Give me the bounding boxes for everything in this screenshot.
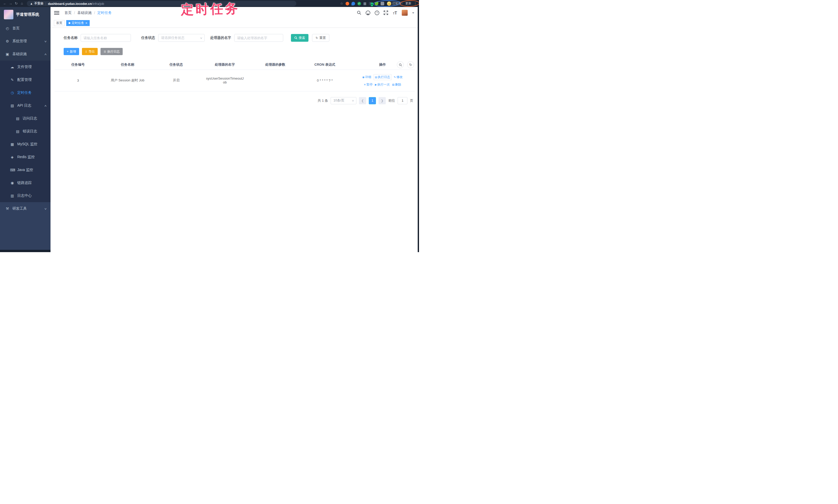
cell-cron: 0 * * * * ? * (300, 70, 350, 91)
col-cron: CRON 表达式 (300, 60, 350, 70)
trace-icon: ◉ (10, 181, 14, 185)
handler-name-input[interactable] (234, 34, 283, 42)
extension-grid-icon[interactable]: ▦ (363, 2, 366, 5)
cell-actions: ◉详细 ▤执行日志 ✎修改 ✕暂停 ▶执行一次 ▧删除 (350, 70, 415, 91)
tag-home[interactable]: 首页 (54, 20, 65, 26)
search-button[interactable]: 搜索 (291, 34, 309, 42)
col-job-name: 任务名称 (102, 60, 154, 70)
help-icon[interactable]: ? (375, 11, 379, 15)
sidebar-item-redis-monitor[interactable]: ◈ Redis 监控 (0, 151, 51, 164)
active-dot (69, 22, 70, 24)
prev-page-button[interactable]: ❮ (359, 97, 366, 104)
cloud-upload-icon: ☁ (10, 65, 14, 69)
url-path: /infra/job (92, 2, 104, 6)
access-log-icon: ▤ (15, 116, 20, 121)
breadcrumb: 首页 / 基础设施 / 定时任务 (65, 11, 112, 15)
sidebar-item-mysql-monitor[interactable]: ▦ MySQL 监控 (0, 138, 51, 151)
trash-icon: ▧ (392, 83, 394, 86)
sidebar-item-home[interactable]: ◴ 首页 (0, 22, 51, 35)
chevron-down-icon[interactable]: ▼ (412, 12, 415, 14)
toggle-search-button[interactable] (397, 61, 404, 68)
page-size-select[interactable]: 10条/页 ∨ (331, 97, 356, 104)
breadcrumb-home[interactable]: 首页 (65, 11, 72, 15)
edit-icon: ✎ (10, 78, 14, 82)
col-job-status: 任务状态 (154, 60, 199, 70)
delete-link[interactable]: ▧删除 (392, 83, 401, 87)
log-center-icon: ▥ (10, 194, 14, 198)
edit-link[interactable]: ✎修改 (394, 75, 402, 79)
search-icon[interactable] (357, 11, 361, 15)
pause-link[interactable]: ✕暂停 (364, 83, 372, 87)
page-1-button[interactable]: 1 (369, 97, 376, 104)
sidebar-item-config-manage[interactable]: ✎ 配置管理 (0, 73, 51, 86)
sidebar-item-java-monitor[interactable]: ⌨ Java 监控 (0, 164, 51, 176)
sidebar-item-api-log[interactable]: ▧ API 日志 ∧ (0, 99, 51, 112)
cell-job-id: 3 (55, 70, 102, 91)
sidebar-item-devtools[interactable]: ⚒ 研发工具 ∨ (0, 202, 51, 215)
col-job-id: 任务编号 (55, 60, 102, 70)
next-page-button[interactable]: ❯ (379, 97, 386, 104)
annotation-title: 定时任务 (181, 0, 240, 18)
chevron-down-icon: ∨ (351, 99, 354, 102)
cell-job-status: 开启 (154, 70, 199, 91)
sidebar-item-scheduled-job[interactable]: ◷ 定时任务 (0, 86, 51, 99)
col-handler-param: 处理器的参数 (251, 60, 300, 70)
table-row: 3 用户 Session 超时 Job 开启 sysUserSessionTim… (55, 70, 415, 91)
detail-link[interactable]: ◉详细 (362, 75, 371, 79)
java-icon: ⌨ (10, 168, 14, 172)
job-status-select[interactable]: 请选择任务状态 ∨ (158, 34, 205, 42)
extension-icon[interactable] (346, 2, 349, 5)
font-size-icon[interactable]: TT (392, 11, 397, 15)
tags-view-bar: 首页 定时任务 ✕ (51, 19, 419, 27)
cell-job-name: 用户 Session 超时 Job (102, 70, 154, 91)
execute-log-button[interactable]: ☰ 执行日志 (101, 48, 123, 55)
svg-text:T: T (395, 11, 397, 15)
back-icon[interactable]: ← (2, 0, 8, 7)
chevron-down-icon: ∨ (44, 207, 47, 210)
job-name-input[interactable] (81, 34, 131, 42)
tag-scheduled-job[interactable]: 定时任务 ✕ (66, 20, 90, 26)
timer-icon: ◷ (10, 91, 14, 95)
breadcrumb-infrastructure[interactable]: 基础设施 (77, 11, 92, 15)
extension-icon[interactable]: ☰on (369, 2, 372, 5)
sidebar-item-trace[interactable]: ◉ 链路追踪 (0, 176, 51, 189)
pagination: 共 1 条 10条/页 ∨ ❮ 1 ❯ 前往 页 (51, 97, 419, 104)
reset-button[interactable]: ↻ 重置 (312, 34, 329, 42)
sidebar-item-log-center[interactable]: ▥ 日志中心 (0, 189, 51, 202)
collapse-sidebar-icon[interactable] (54, 11, 59, 15)
sidebar-item-file-manage[interactable]: ☁ 文件管理 (0, 60, 51, 73)
github-icon[interactable] (366, 11, 370, 15)
forward-icon[interactable]: → (8, 0, 13, 7)
user-avatar[interactable] (402, 10, 408, 16)
logo-row[interactable]: 芋道管理系统 (0, 7, 51, 22)
security-label: 不安全 (34, 1, 43, 6)
goto-label: 前往 (388, 98, 395, 103)
job-log-link[interactable]: ▤执行日志 (374, 74, 391, 80)
reload-icon[interactable]: ↻ (13, 0, 19, 7)
goto-page-input[interactable] (398, 97, 407, 104)
add-button[interactable]: + 新增 (64, 48, 79, 55)
sidebar-item-system[interactable]: ⚙ 系统管理 ∨ (0, 35, 51, 48)
export-button[interactable]: ⇩ 导出 (82, 48, 98, 55)
run-once-link[interactable]: ▶执行一次 (375, 83, 390, 87)
sidebar-item-infrastructure[interactable]: ▣ 基础设施 ∧ (0, 48, 51, 60)
address-bar[interactable]: ▲不安全 dashboard.yudao.iocoder.cn/infra/jo… (27, 1, 296, 6)
pencil-icon: ✎ (394, 76, 396, 78)
fullscreen-icon[interactable] (384, 11, 388, 15)
sidebar-item-error-log[interactable]: ▤ 错误日志 (0, 125, 51, 138)
home-icon[interactable]: ⌂ (19, 0, 25, 7)
redis-icon: ◈ (10, 155, 14, 159)
sidebar-item-access-log[interactable]: ▤ 访问日志 (0, 112, 51, 125)
refresh-table-button[interactable]: ↻ (407, 61, 414, 68)
job-status-label: 任务状态 (141, 36, 155, 40)
page-unit-label: 页 (410, 98, 413, 103)
close-icon[interactable]: ✕ (85, 22, 87, 24)
table-header-row: 任务编号 任务名称 任务状态 处理器的名字 处理器的参数 CRON 表达式 操作 (55, 60, 415, 70)
extension-icon[interactable] (351, 2, 355, 5)
logo-image (4, 10, 13, 19)
app-title: 芋道管理系统 (16, 12, 39, 17)
bookmark-star-icon[interactable]: ☆ (340, 2, 343, 5)
extension-check-icon[interactable]: ✓ (357, 2, 361, 5)
infrastructure-submenu: ☁ 文件管理 ✎ 配置管理 ◷ 定时任务 ▧ API 日志 ∧ ▤ 访问日志 ▤… (0, 60, 51, 202)
breadcrumb-current: 定时任务 (98, 11, 112, 15)
